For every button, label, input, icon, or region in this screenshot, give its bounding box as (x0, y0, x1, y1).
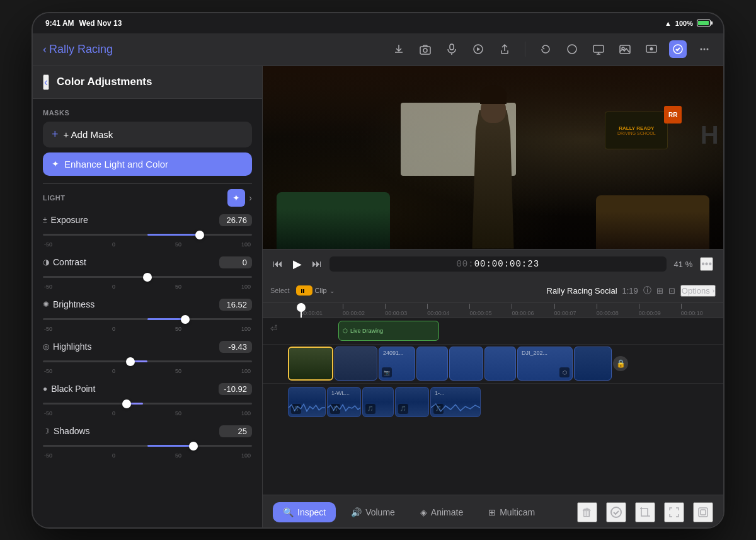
secondary-clip-5[interactable]: 1-... 🎵 (430, 387, 481, 417)
add-mask-label: + Add Mask (64, 129, 113, 140)
options-button[interactable]: Options › (680, 285, 716, 297)
secondary-clip-1[interactable]: 🎵 (288, 387, 326, 417)
contrast-ticks: -50 0 50 100 (43, 284, 252, 290)
ruler-mark-3: 00:00:03 (385, 304, 427, 316)
shadows-value[interactable]: 25 (219, 425, 252, 437)
secondary-clip-2[interactable]: 1-WL... 🎵 (327, 387, 361, 417)
exposure-slider-group: ± Exposure 26.76 -50 (43, 214, 252, 248)
plus-icon: + (52, 128, 59, 141)
skip-forward-button[interactable]: ⏭ (312, 258, 322, 270)
black-point-track[interactable] (43, 398, 252, 410)
back-button[interactable]: ‹ Rally Racing (43, 43, 113, 56)
svg-rect-0 (420, 47, 430, 54)
clip-4[interactable] (416, 347, 448, 381)
clip-selector[interactable]: Clip ⌄ (296, 285, 335, 296)
back-icon: ‹ (43, 43, 47, 56)
more-icon[interactable] (696, 40, 713, 58)
live-drawing-clip[interactable]: ⬡ Live Drawing (338, 321, 439, 341)
camera-icon[interactable] (416, 40, 434, 58)
fit-button[interactable] (664, 502, 684, 522)
timeline-info: Rally Racing Social 1:19 ⓘ ⊞ ⊡ Options › (547, 285, 716, 297)
highlights-track[interactable] (43, 355, 252, 368)
car-left (277, 192, 390, 249)
panel-title: Color Adjustments (57, 76, 152, 88)
enhance-label: Enhance Light and Color (64, 159, 168, 169)
svg-point-9 (650, 47, 653, 50)
check-button[interactable] (606, 502, 626, 522)
play-button[interactable]: ▶ (293, 257, 302, 271)
svg-rect-15 (699, 508, 707, 517)
crop-button[interactable] (635, 502, 655, 522)
highlights-label: ◎ Highlights (43, 342, 91, 352)
info-icon[interactable]: ⓘ (643, 285, 651, 296)
top-nav: ‹ Rally Racing (33, 33, 723, 66)
highlights-value[interactable]: -9.43 (219, 341, 252, 353)
skip-back-button[interactable]: ⏮ (273, 258, 283, 270)
svg-point-1 (423, 49, 427, 52)
secondary-clip-3[interactable]: 🎵 (362, 387, 394, 417)
inspect-icon: 🔍 (283, 507, 294, 517)
ruler-mark-9: 00:00:09 (639, 304, 681, 316)
main-area: ‹ Color Adjustments MASKS + + Add Mask ✦… (33, 66, 723, 529)
exposure-value[interactable]: 26.76 (219, 214, 252, 226)
brightness-value[interactable]: 16.52 (219, 299, 252, 311)
mic-icon[interactable] (443, 40, 461, 58)
download-icon[interactable] (390, 40, 408, 58)
trash-button[interactable]: 🗑 (577, 502, 597, 522)
timeline-tracks: ⏎ ⬡ Live Drawing (263, 318, 723, 495)
black-point-header: ● Black Point -10.92 (43, 383, 252, 395)
ruler-mark-5: 00:00:05 (469, 304, 512, 316)
magic-button[interactable]: ✦ (227, 189, 245, 207)
clip-dropdown-arrow: ⌄ (329, 287, 335, 294)
display-icon[interactable] (590, 40, 607, 58)
expand-button[interactable]: › (249, 193, 252, 203)
contrast-label: ◑ Contrast (43, 257, 86, 267)
inspect-tab[interactable]: 🔍 Inspect (273, 502, 336, 522)
exposure-label: ± Exposure (43, 215, 88, 225)
exposure-track[interactable] (43, 229, 252, 241)
shadows-track[interactable] (43, 440, 252, 452)
clip-2[interactable] (335, 347, 377, 381)
layout-icon[interactable]: ⊡ (668, 286, 675, 296)
contrast-track[interactable] (43, 271, 252, 284)
panel-back-button[interactable]: ‹ (43, 74, 49, 90)
photo-icon[interactable] (616, 40, 634, 58)
live-drawing-icon: ⬡ (343, 328, 348, 334)
light-header: LIGHT ✦ › (43, 189, 252, 207)
screen-record-icon[interactable] (643, 40, 660, 58)
clip-8[interactable] (574, 347, 612, 381)
project-title: Rally Racing (49, 43, 113, 56)
share-icon[interactable] (496, 40, 513, 58)
timecode-display: 00:00:00:00:23 (329, 256, 667, 272)
toolbar-actions: 🗑 (577, 502, 713, 522)
multicam-icon[interactable]: ⊞ (656, 286, 663, 296)
brightness-track[interactable] (43, 313, 252, 326)
playback-more-button[interactable]: ••• (700, 257, 713, 271)
highlights-header: ◎ Highlights -9.43 (43, 341, 252, 353)
secondary-clip-4[interactable]: 🎵 (395, 387, 429, 417)
black-point-value[interactable]: -10.92 (219, 383, 252, 395)
contrast-value[interactable]: 0 (219, 256, 252, 268)
action-icon[interactable] (469, 40, 487, 58)
stack-button[interactable] (693, 502, 713, 522)
animate-tab[interactable]: ◈ Animate (410, 502, 473, 522)
multicam-tab[interactable]: ⊞ Multicam (478, 502, 545, 522)
clip-3[interactable]: 24091... 📷 (379, 347, 415, 381)
brightness-slider-group: ✺ Brightness 16.52 -50 (43, 299, 252, 332)
black-point-slider-group: ● Black Point -10.92 -50 (43, 383, 252, 416)
active-tool-icon[interactable] (669, 40, 687, 58)
history-icon[interactable] (537, 40, 554, 58)
clip-7[interactable]: DJI_202... ⬡ (517, 347, 573, 381)
enhance-light-color-button[interactable]: ✦ Enhance Light and Color (43, 152, 252, 176)
clip-6[interactable] (484, 347, 516, 381)
clip-5[interactable] (449, 347, 483, 381)
clip-selected[interactable] (288, 347, 333, 381)
ruler-mark-1: 00:00:01 (301, 304, 343, 316)
status-bar: 9:41 AM Wed Nov 13 ▲ 100% (33, 13, 723, 33)
circle-icon[interactable] (563, 40, 581, 58)
brightness-label: ✺ Brightness (43, 299, 94, 309)
black-point-ticks: -50 0 50 100 (43, 410, 252, 416)
add-mask-button[interactable]: + + Add Mask (43, 122, 252, 147)
volume-tab[interactable]: 🔊 Volume (341, 502, 405, 522)
clip-badge (296, 285, 312, 296)
